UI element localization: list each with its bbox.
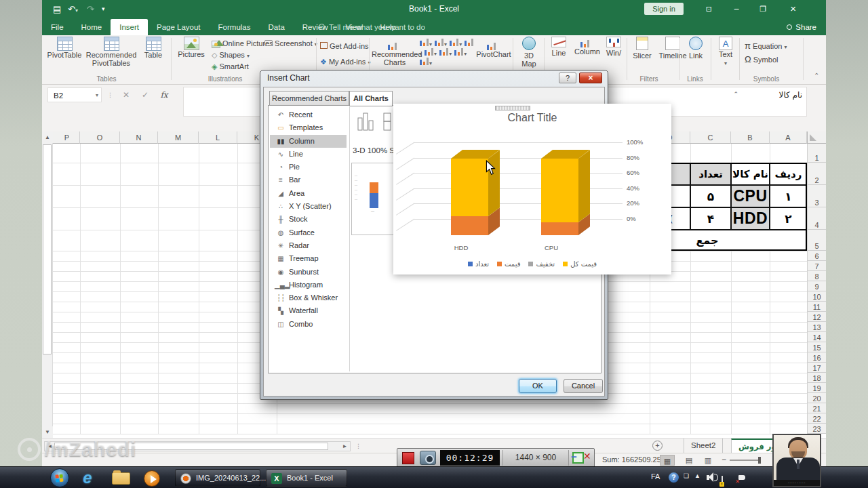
column-chart-icon[interactable] [419, 38, 429, 46]
chart-type-item[interactable]: ◫ Combo [270, 318, 347, 331]
recorder-close-button[interactable]: ✕ [583, 451, 591, 462]
column-header-O[interactable]: O [80, 131, 120, 144]
tell-me-box[interactable]: Tell me what you want to do [319, 19, 425, 35]
page-layout-view-icon[interactable]: ▤ [682, 455, 696, 466]
row-header-14[interactable]: 14 [807, 332, 826, 342]
tray-network-icon[interactable] [722, 476, 723, 485]
name-box[interactable]: B2▾ [47, 87, 102, 102]
minimize-button[interactable]: − [734, 4, 739, 14]
pivotchart-button[interactable]: PivotChart [476, 37, 511, 58]
rownum-2[interactable]: ۲ [770, 207, 807, 230]
rownum-1[interactable]: ۱ [770, 185, 807, 207]
my-addins-button[interactable]: ❖ My Add-ins ▾ [320, 58, 370, 68]
formula-bar-collapse-icon[interactable]: ⌃ [733, 91, 738, 98]
select-all-corner[interactable] [807, 131, 826, 144]
recommended-pivottables-button[interactable]: RecommendedPivotTables [84, 37, 138, 67]
sparkline-line-button[interactable]: Line [547, 37, 571, 57]
invoice-table[interactable]: تعداد نام کالا ردیف ۵ CPU ۱ ( ۴ HDD ۲ جم… [650, 163, 807, 251]
collapse-ribbon-icon[interactable]: ⌃ [814, 72, 819, 79]
ribbon-display-options-icon[interactable]: ⊡ [706, 4, 712, 14]
start-button[interactable] [50, 468, 69, 487]
chart-type-item[interactable]: ◔ Pie [270, 161, 347, 174]
row-header-3[interactable]: 3 [807, 185, 826, 207]
chart-type-item[interactable]: ▁▄▂ Histogram [270, 279, 347, 291]
sheet-tab-sheet2[interactable]: Sheet2 [684, 439, 723, 453]
row-header-4[interactable]: 4 [807, 207, 826, 230]
shapes-button[interactable]: ◇ Shapes ▾ [212, 51, 250, 61]
column-header-B[interactable]: B [731, 131, 770, 144]
close-button[interactable]: × [790, 4, 796, 14]
row-header-20[interactable]: 20 [807, 393, 826, 403]
table-button[interactable]: Table [138, 37, 168, 59]
horizontal-scroll-thumb[interactable] [54, 443, 328, 450]
tray-help-icon[interactable]: ? [669, 472, 679, 483]
tray-language-indicator[interactable]: FA [651, 472, 660, 481]
new-sheet-button[interactable]: + [652, 441, 663, 451]
hierarchy-chart-icon[interactable] [434, 38, 444, 46]
row-header-7[interactable]: 7 [807, 261, 826, 271]
scroll-down-icon[interactable]: ▼ [42, 426, 53, 438]
zoom-slider[interactable] [730, 460, 761, 461]
ribbon-tab[interactable]: Insert [111, 19, 148, 35]
chart-type-item[interactable]: ◢ Area [270, 187, 347, 200]
link-button[interactable]: Link [682, 37, 709, 60]
chart-type-item[interactable]: ∴ X Y (Scatter) [270, 200, 347, 213]
row-header-6[interactable]: 6 [807, 251, 826, 261]
row-header-16[interactable]: 16 [807, 352, 826, 363]
media-player-icon[interactable] [144, 470, 160, 487]
sum-row[interactable]: جمع [650, 230, 807, 251]
ribbon-tab[interactable]: Formulas [210, 19, 260, 35]
chart-type-item[interactable]: ▭ Templates [270, 121, 347, 134]
name-box-dropdown-icon[interactable]: ▾ [96, 88, 98, 103]
slicer-button[interactable]: Slicer [629, 37, 655, 60]
row-header-23[interactable]: 23 [807, 424, 826, 434]
row-header-15[interactable]: 15 [807, 342, 826, 352]
row-header-18[interactable]: 18 [807, 373, 826, 383]
dialog-close-button[interactable]: × [579, 73, 602, 83]
explorer-folder-icon[interactable] [112, 472, 130, 485]
text-button[interactable]: AText▾ [713, 37, 738, 66]
pictures-button[interactable]: Pictures [175, 37, 208, 58]
chart-type-item[interactable]: ┆┆ Box & Whisker [270, 291, 347, 304]
qty-cpu[interactable]: ۵ [690, 185, 731, 207]
ribbon-tab[interactable]: Data [260, 19, 294, 35]
row-header-21[interactable]: 21 [807, 403, 826, 413]
chart-type-item[interactable]: ↶ Recent [270, 108, 347, 121]
tray-app-icon[interactable]: ❏ [684, 472, 689, 479]
sparkline-column-button[interactable]: Column [572, 37, 602, 56]
cancel-button[interactable]: Cancel [564, 379, 603, 393]
row-header-11[interactable]: 11 [807, 302, 826, 312]
column-header-M[interactable]: M [158, 131, 199, 144]
ribbon-tab[interactable]: Home [73, 19, 111, 35]
row-header-19[interactable]: 19 [807, 383, 826, 393]
pie-chart-icon[interactable] [454, 47, 464, 56]
recommended-charts-button[interactable]: RecommendedCharts [372, 37, 418, 66]
row-header-1[interactable]: 1 [807, 144, 826, 163]
vertical-scroll-thumb[interactable] [43, 144, 52, 354]
column-header-N[interactable]: N [120, 131, 158, 144]
get-addins-button[interactable]: Get Add-ins [320, 42, 369, 52]
chart-type-item[interactable]: ▚ Waterfall [270, 304, 347, 317]
chart-type-item[interactable]: ◉ Sunburst [270, 266, 347, 279]
tray-volume-icon[interactable] [707, 472, 719, 483]
zoom-slider-handle[interactable] [758, 457, 761, 464]
waterfall-chart-icon[interactable] [449, 38, 459, 46]
scroll-right-icon[interactable]: ► [340, 442, 349, 451]
item-cpu[interactable]: CPU [731, 185, 770, 207]
header-qty[interactable]: تعداد [690, 163, 731, 185]
item-hdd[interactable]: HDD [731, 207, 770, 230]
share-button[interactable]: Share [787, 19, 816, 35]
taskbar-button-excel[interactable]: X Book1 - Excel [266, 469, 347, 487]
enter-entry-icon[interactable]: ✓ [137, 87, 153, 102]
column-header-P[interactable]: P [54, 131, 80, 144]
row-header-17[interactable]: 17 [807, 363, 826, 373]
chart-type-item[interactable]: ≡ Bar [270, 174, 347, 186]
row-header-13[interactable]: 13 [807, 322, 826, 332]
row-header-22[interactable]: 22 [807, 413, 826, 424]
row-header-10[interactable]: 10 [807, 291, 826, 302]
chart-type-item[interactable]: ◍ Surface [270, 226, 347, 239]
header-item[interactable]: نام کالا [731, 163, 770, 185]
normal-view-icon[interactable]: ▦ [660, 455, 675, 466]
ribbon-tab[interactable]: File [42, 19, 73, 35]
insert-function-icon[interactable]: fx [156, 87, 172, 102]
